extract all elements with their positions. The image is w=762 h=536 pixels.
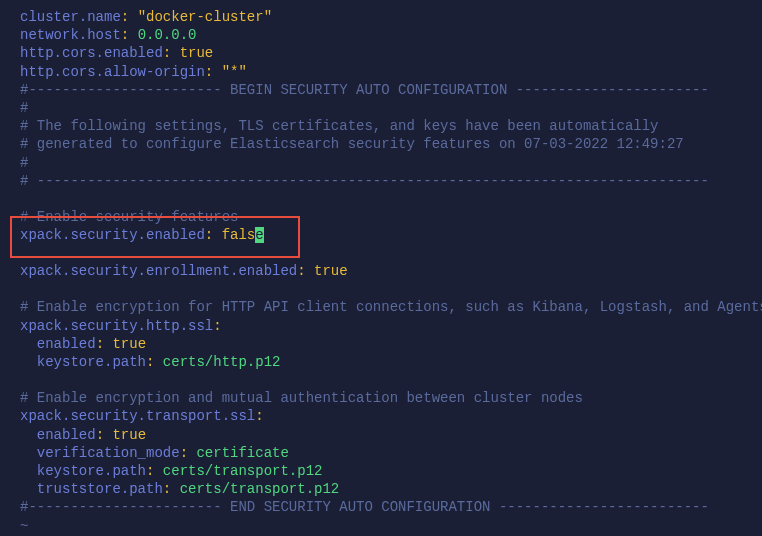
comment-line: # generated to configure Elasticsearch s… [20,135,762,153]
tilde-line: ~ [20,517,762,535]
config-line: xpack.security.enrollment.enabled: true [20,262,762,280]
yaml-colon: : [205,64,213,80]
comment-line: #----------------------- END SECURITY AU… [20,498,762,516]
config-line: xpack.security.enabled: false [20,226,762,244]
end-of-buffer-marker: ~ [20,518,28,534]
yaml-colon: : [255,408,263,424]
blank-line [20,280,762,298]
comment-line: # The following settings, TLS certificat… [20,117,762,135]
config-line: enabled: true [20,426,762,444]
config-line: verification_mode: certificate [20,444,762,462]
comment-text: # --------------------------------------… [20,173,709,189]
yaml-value: true [104,336,146,352]
comment-line: # Enable security features [20,208,762,226]
config-line: http.cors.enabled: true [20,44,762,62]
yaml-colon: : [213,318,221,334]
yaml-value: certificate [188,445,289,461]
yaml-colon: : [297,263,305,279]
comment-text: #----------------------- END SECURITY AU… [20,499,709,515]
comment-text: # [20,100,28,116]
comment-text: # Enable encryption and mutual authentic… [20,390,583,406]
code-editor[interactable]: cluster.name: "docker-cluster" network.h… [0,8,762,535]
yaml-key: http.cors.allow-origin [20,64,205,80]
yaml-key: xpack.security.http.ssl [20,318,213,334]
config-line: http.cors.allow-origin: "*" [20,63,762,81]
yaml-value: 0.0.0.0 [129,27,196,43]
comment-text: # [20,155,28,171]
yaml-key: cluster.name [20,9,121,25]
yaml-key: http.cors.enabled [20,45,163,61]
yaml-key: network.host [20,27,121,43]
comment-text: #----------------------- BEGIN SECURITY … [20,82,709,98]
yaml-value: fals [213,227,255,243]
yaml-colon: : [121,9,129,25]
yaml-colon: : [180,445,188,461]
comment-line: # Enable encryption for HTTP API client … [20,298,762,316]
yaml-value: "*" [213,64,247,80]
config-line: network.host: 0.0.0.0 [20,26,762,44]
yaml-key: verification_mode [20,445,180,461]
comment-text: # generated to configure Elasticsearch s… [20,136,684,152]
config-line: enabled: true [20,335,762,353]
yaml-value: true [104,427,146,443]
config-line: keystore.path: certs/transport.p12 [20,462,762,480]
yaml-value: "docker-cluster" [129,9,272,25]
yaml-key: keystore.path [20,463,146,479]
yaml-key: keystore.path [20,354,146,370]
yaml-key: xpack.security.enabled [20,227,205,243]
comment-text: # Enable security features [20,209,238,225]
comment-line: # Enable encryption and mutual authentic… [20,389,762,407]
config-line: cluster.name: "docker-cluster" [20,8,762,26]
editor-cursor: e [255,227,263,243]
config-line: xpack.security.transport.ssl: [20,407,762,425]
comment-line: #----------------------- BEGIN SECURITY … [20,81,762,99]
blank-line [20,190,762,208]
yaml-value: certs/http.p12 [154,354,280,370]
yaml-colon: : [121,27,129,43]
yaml-colon: : [96,336,104,352]
yaml-colon: : [96,427,104,443]
yaml-colon: : [163,481,171,497]
config-line: truststore.path: certs/transport.p12 [20,480,762,498]
config-line: xpack.security.http.ssl: [20,317,762,335]
config-line: keystore.path: certs/http.p12 [20,353,762,371]
yaml-key: xpack.security.transport.ssl [20,408,255,424]
yaml-value: true [171,45,213,61]
yaml-key: xpack.security.enrollment.enabled [20,263,297,279]
yaml-value: certs/transport.p12 [154,463,322,479]
blank-line [20,244,762,262]
comment-line: # --------------------------------------… [20,172,762,190]
yaml-key: enabled [20,427,96,443]
yaml-value: true [306,263,348,279]
comment-text: # The following settings, TLS certificat… [20,118,659,134]
yaml-key: enabled [20,336,96,352]
yaml-colon: : [163,45,171,61]
yaml-key: truststore.path [20,481,163,497]
comment-line: # [20,154,762,172]
yaml-value: certs/transport.p12 [171,481,339,497]
comment-line: # [20,99,762,117]
comment-text: # Enable encryption for HTTP API client … [20,299,762,315]
yaml-colon: : [205,227,213,243]
blank-line [20,371,762,389]
